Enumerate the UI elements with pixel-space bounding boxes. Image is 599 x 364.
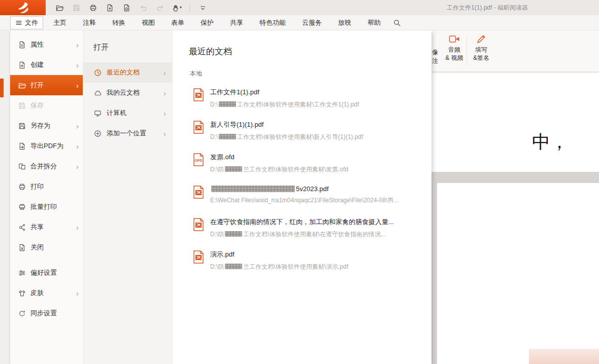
save-as-icon xyxy=(18,122,26,130)
chevron-right-icon: › xyxy=(163,69,166,77)
pdf-file-icon xyxy=(193,88,204,103)
file-menu-item-label: 属性 xyxy=(30,40,44,49)
file-path: E:\WeChat Files\wxid_rra1m04nqaqc21\File… xyxy=(210,197,398,204)
pdf-file-icon xyxy=(193,186,204,201)
save-icon xyxy=(18,102,26,110)
menu-tab-home[interactable]: 主页 xyxy=(45,15,75,30)
file-menu-item-label: 导出PDF为 xyxy=(30,141,63,151)
document-text: 中， xyxy=(532,130,569,155)
file-name: 发票.ofd xyxy=(210,153,235,161)
file-path: D:\ xyxy=(210,133,218,140)
window-title: 工作文件1(1).pdf - 福昕阅读器 xyxy=(381,0,594,15)
file-menu-item-open[interactable]: 打开› xyxy=(10,75,83,95)
menu-tab-form[interactable]: 表单 xyxy=(163,15,192,30)
redacted-blur xyxy=(225,264,242,269)
svg-text:OFD: OFD xyxy=(195,159,203,162)
convert-doc-button[interactable] xyxy=(120,2,133,14)
open-panel-item-my-cloud-documents[interactable]: 我的云文档› xyxy=(83,83,172,103)
file-menu-item-sync-settings[interactable]: 同步设置 xyxy=(10,303,83,323)
ofd-file-icon: OFD xyxy=(193,153,204,168)
local-section-label: 本地 xyxy=(190,69,431,78)
titlebar: ▾ 工作文件1(1).pdf - 福昕阅读器 xyxy=(0,0,599,15)
open-panel-item-recent-documents[interactable]: 最近的文档› xyxy=(83,62,172,83)
file-menu-item-merge-split[interactable]: 合并拆分› xyxy=(10,156,83,176)
file-menu-item-label: 打开 xyxy=(30,81,44,90)
menu-tab-slideshow[interactable]: 放映 xyxy=(330,15,359,30)
file-text: 演示.pdfD:\防兰工作文档\体验软件使用素材\演示.pdf xyxy=(210,250,348,271)
file-menu-button[interactable]: 文件 xyxy=(10,16,43,29)
file-menu-item-batch-print[interactable]: 批量打印 xyxy=(10,197,83,217)
file-menu-item-save-as[interactable]: 另存为› xyxy=(10,116,83,136)
file-menu-item-preferences[interactable]: 偏好设置 xyxy=(10,263,83,283)
file-menu-item-label: 打印 xyxy=(30,182,44,191)
recent-file-item[interactable]: 在遵守饮食指南的情况下，红肉，加工肉和家禽的膳食摄入量...D:\防工作文档\体… xyxy=(193,214,431,246)
menu-tab-help[interactable]: 帮助 xyxy=(359,15,389,30)
recent-file-item[interactable]: 演示.pdfD:\防兰工作文档\体验软件使用素材\演示.pdf xyxy=(193,246,431,279)
search-button[interactable] xyxy=(393,19,401,27)
file-menu-item-label: 批量打印 xyxy=(30,202,57,211)
open-panel-item-add-a-place[interactable]: 添加一个位置› xyxy=(83,123,172,143)
menu-tab-protect[interactable]: 保护 xyxy=(192,15,222,30)
file-menu-item-print[interactable]: 打印 xyxy=(10,176,83,197)
file-menu-item-share[interactable]: 共享› xyxy=(10,217,83,237)
fill-sign-label: &签名 xyxy=(473,54,489,62)
menu-tab-convert[interactable]: 转换 xyxy=(104,15,134,30)
document-page xyxy=(437,183,599,364)
skin-icon xyxy=(18,289,26,297)
active-item-notch xyxy=(0,79,4,97)
file-menu-label: 文件 xyxy=(25,18,38,27)
file-path: D:\防 xyxy=(210,166,224,173)
hand-tool-button[interactable]: ▾ xyxy=(170,2,183,14)
export-doc-button[interactable] xyxy=(103,2,116,14)
quick-access-toolbar: ▾ xyxy=(46,2,209,14)
menu-tab-comment[interactable]: 注释 xyxy=(75,15,104,30)
redacted-blur xyxy=(211,186,295,192)
chevron-right-icon: › xyxy=(76,163,79,170)
open-file-button[interactable] xyxy=(53,2,66,14)
file-text: 在遵守饮食指南的情况下，红肉，加工肉和家禽的膳食摄入量...D:\防工作文档\体… xyxy=(210,217,394,239)
recent-documents-panel: 最近的文档 本地 工作文件1(1).pdfD:\工作文档\体验软件使用素材\工作… xyxy=(173,30,431,364)
fill-sign-button[interactable]: 填写 &签名 xyxy=(468,33,495,62)
share-doc-icon xyxy=(18,224,26,231)
recent-documents-title: 最近的文档 xyxy=(189,46,431,57)
document-page xyxy=(426,72,599,172)
partial-button-label: 注 xyxy=(432,57,438,65)
file-menu-item-label: 保存 xyxy=(30,101,44,110)
file-menu-panel: 属性›创建›打开›保存另存为›导出PDF为›合并拆分›打印批量打印共享›关闭偏好… xyxy=(10,30,83,364)
audio-video-label: & 视频 xyxy=(445,54,463,62)
file-menu-item-label: 创建 xyxy=(30,60,44,69)
file-name: 新人引导(1)(1).pdf xyxy=(210,121,263,128)
create-icon xyxy=(18,61,26,69)
recent-file-item[interactable]: OFD发票.ofdD:\防兰工作文档\体验软件使用素材\发票.ofd xyxy=(193,149,431,181)
file-menu-item-skin[interactable]: 皮肤› xyxy=(10,283,83,303)
chevron-right-icon: › xyxy=(76,142,79,150)
print-button[interactable] xyxy=(86,2,99,14)
redacted-blur xyxy=(219,101,236,107)
file-text: 新人引导(1)(1).pdfD:\工作文档\体验软件使用素材\新人引导(1)(1… xyxy=(210,120,363,141)
file-name: 演示.pdf xyxy=(210,250,235,258)
open-panel-item-label: 添加一个位置 xyxy=(107,129,146,138)
open-panel-item-label: 计算机 xyxy=(107,108,126,118)
file-menu-item-export-pdf[interactable]: 导出PDF为› xyxy=(10,136,83,156)
ribbon-toggle-button[interactable] xyxy=(196,2,209,14)
open-panel-item-computer[interactable]: 计算机› xyxy=(83,103,172,123)
computer-icon xyxy=(93,110,102,117)
file-menu-item-create[interactable]: 创建› xyxy=(10,55,83,75)
menu-tab-cloud-service[interactable]: 云服务 xyxy=(294,15,330,30)
open-panel-items: 最近的文档›我的云文档›计算机›添加一个位置› xyxy=(83,62,172,143)
recent-file-item[interactable]: 5v2023.pdfE:\WeChat Files\wxid_rra1m04nq… xyxy=(193,181,431,214)
file-menu-item-properties[interactable]: 属性› xyxy=(10,34,83,55)
pdf-file-icon xyxy=(193,121,204,136)
menu-tab-view[interactable]: 视图 xyxy=(134,15,163,30)
audio-video-button[interactable]: 音频 & 视频 xyxy=(441,33,468,62)
file-menu-item-close[interactable]: 关闭 xyxy=(10,237,83,258)
file-path: D:\防 xyxy=(210,263,224,270)
file-menu-item-label: 合并拆分 xyxy=(30,162,57,171)
recent-file-item[interactable]: 工作文件1(1).pdfD:\工作文档\体验软件使用素材\工作文件1(1).pd… xyxy=(193,84,431,117)
menu-tab-share[interactable]: 共享 xyxy=(222,15,251,30)
menu-tab-special-features[interactable]: 特色功能 xyxy=(251,15,294,30)
recent-file-item[interactable]: 新人引导(1)(1).pdfD:\工作文档\体验软件使用素材\新人引导(1)(1… xyxy=(193,117,431,149)
open-panel: 打开 最近的文档›我的云文档›计算机›添加一个位置› xyxy=(83,30,173,364)
file-menu-item-label: 同步设置 xyxy=(30,309,57,318)
audio-video-icon xyxy=(449,33,460,45)
